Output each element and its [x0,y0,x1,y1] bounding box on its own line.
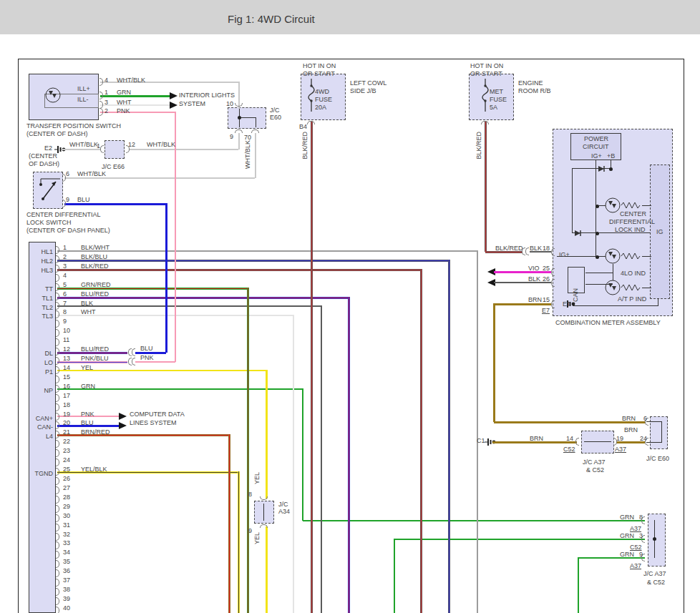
wire [642,288,651,288]
diagram-element [484,84,486,87]
pin-number: 16 [63,383,70,390]
wire-label: YEL [253,532,255,544]
wire-label: BLK/RED [81,263,109,270]
pin-bracket-icon [551,300,555,308]
jc-e60-top [228,107,266,129]
wire-label: 12 [128,141,135,148]
wire [263,504,264,521]
diagram-element [621,202,640,208]
wire-label: 3 [639,532,643,539]
wire-label: BLU [77,196,90,203]
diagram-element [608,201,613,205]
wire-label: E60 [270,114,281,121]
wire-label: MET [490,88,503,95]
diode-icon [573,230,583,237]
wire-label: 9 [248,527,252,534]
wire [584,441,611,442]
wire-label: ET [563,300,571,308]
wire-label: OF DASH) [29,160,59,167]
wire-label: GRN [620,532,634,539]
pin-number: 21 [63,428,70,436]
pin-number: 1 [63,244,67,251]
pin-number: 36 [63,567,70,574]
wire-label: GRN [117,89,131,96]
wire [578,557,645,559]
resistor-icon [621,284,641,291]
wire-label: (CENTER [29,152,57,160]
wire [256,117,256,127]
wire [130,149,238,150]
wire-label: 9 [230,133,233,140]
wire [100,104,170,106]
wire [578,557,579,613]
wire-label: DIFFERENTIAL [609,218,655,225]
pin-name: LO [31,359,53,366]
wire-label: CENTER [620,210,646,217]
wire [494,303,551,305]
wire-label: & C52 [586,466,604,474]
wire-label: BLK/RED [301,132,303,160]
wire-label: (CENTER OF DASH) [26,130,88,137]
wire [646,421,662,422]
pin-number: 4 [63,272,67,279]
pin-number: 24 [63,456,70,464]
diagram-element [482,79,488,112]
wire-label: 1 [97,142,100,149]
wire-label: YEL [81,364,93,371]
wire-label: 1 [104,89,108,96]
wire-label: COMPUTER DATA [130,411,185,418]
pin-number: 23 [63,447,70,454]
wire [57,250,477,252]
wire-label: A37 [630,525,641,532]
pin-number: 31 [63,521,70,529]
wire [62,149,100,150]
pin-number: 14 [63,364,70,371]
computer-data-arrow-icon [119,413,127,420]
diagram-element [49,91,53,95]
pin-name: HL1 [31,248,53,255]
wire-label: J/C A37 [583,458,606,466]
pin-name: TT [31,285,53,293]
wire-label: A37 [630,562,641,569]
interior-lights-arrow-icon [170,92,178,99]
interior-lights-arrow-icon [170,102,178,109]
wire-label: WHT/BLK [147,141,175,148]
diagram-element [608,252,613,256]
wire [255,133,256,178]
wire-label: BLK/BLU [81,253,107,260]
pin-number: 20 [63,419,70,426]
pin-bracket-icon [132,348,135,356]
wire [477,250,478,613]
wire-label: 5A [490,104,497,111]
resistor-icon [621,252,641,260]
wire [64,177,255,179]
pin-number: 15 [63,373,70,381]
wire-label: 26 [543,275,550,283]
wire-label: BLU/RED [81,290,109,298]
pin-number: 8 [63,308,67,315]
wire [303,520,645,521]
wire [175,112,176,362]
diagram-element [575,230,580,236]
wire [485,122,487,252]
wire [420,269,422,613]
resistor-icon [621,202,641,209]
wire [642,256,651,257]
pin-number: 39 [63,595,70,602]
wire [448,260,450,613]
lock-ind-led-icon [604,197,621,214]
wire-label: SIDE J/B [350,87,376,94]
jc-a37-c52-brn [581,431,614,453]
wire [165,203,167,353]
wire [57,305,321,307]
pin-name: CAN+ [31,415,53,422]
wire-label: C1 [477,437,485,444]
wire-label: C52 [563,446,575,453]
wire-label: CAN [572,288,573,302]
wire-label: WHT [117,99,132,106]
wire-label: BRN/RED [81,428,110,436]
wire-label: WHT [81,308,96,315]
pin-number: 32 [63,531,70,538]
wire [293,315,294,613]
pin-name: TGND [31,470,53,477]
